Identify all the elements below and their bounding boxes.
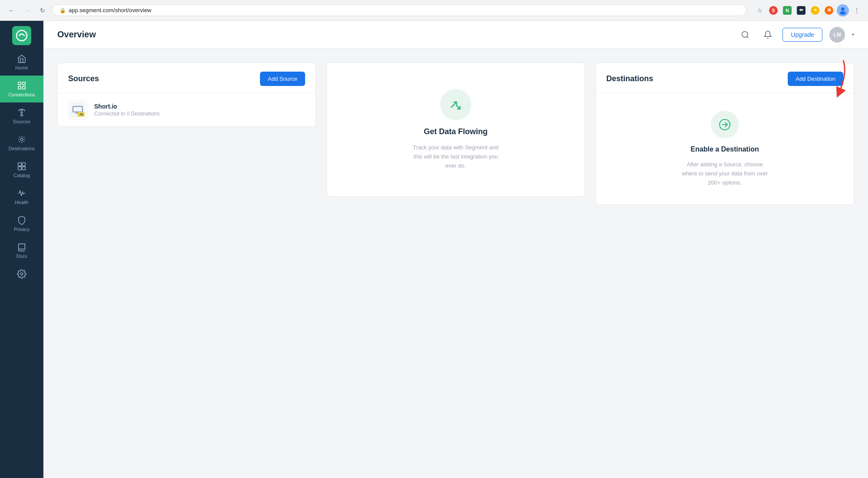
connections-icon: [17, 81, 26, 90]
svg-point-1: [840, 11, 846, 15]
docs-icon: [17, 242, 26, 252]
destinations-empty-title: Enable a Destination: [690, 145, 759, 153]
sidebar: Home Connections Sources: [0, 21, 43, 478]
svg-rect-12: [18, 167, 21, 170]
page-title: Overview: [57, 30, 96, 40]
app-container: Home Connections Sources: [0, 21, 868, 478]
upgrade-button[interactable]: Upgrade: [783, 28, 822, 42]
avatar-chevron-icon: ▾: [852, 32, 854, 37]
svg-rect-4: [23, 82, 25, 85]
sidebar-item-settings[interactable]: [0, 264, 43, 284]
svg-point-14: [20, 273, 23, 275]
destination-icon: [718, 118, 732, 132]
sidebar-item-connections[interactable]: Connections: [0, 76, 43, 102]
svg-point-7: [21, 112, 23, 113]
svg-point-15: [742, 31, 748, 37]
ext3-button[interactable]: ✏: [795, 4, 807, 16]
sidebar-item-home-label: Home: [15, 65, 28, 70]
sources-icon: [17, 108, 26, 117]
destinations-card: Destinations Add Destination: [595, 63, 854, 205]
get-data-icon-circle: [440, 89, 471, 120]
back-button[interactable]: ←: [5, 4, 17, 16]
get-data-title: Get Data Flowing: [424, 127, 487, 136]
add-source-button[interactable]: Add Source: [260, 72, 305, 86]
svg-rect-3: [18, 82, 21, 85]
address-bar[interactable]: 🔒 app.segment.com/short/overview: [52, 4, 746, 16]
health-icon: [17, 188, 26, 198]
search-button[interactable]: [737, 27, 753, 43]
sidebar-item-privacy[interactable]: Privacy: [0, 210, 43, 237]
forward-button[interactable]: →: [21, 4, 33, 16]
destinations-empty-state: Enable a Destination After adding a Sour…: [596, 93, 854, 204]
get-data-description: Track your data with Segment and this wi…: [408, 143, 503, 170]
sidebar-item-health[interactable]: Health: [0, 183, 43, 210]
home-icon: [17, 54, 26, 63]
svg-rect-10: [18, 163, 21, 166]
js-badge: JS: [78, 112, 85, 117]
notification-button[interactable]: [760, 27, 776, 43]
svg-rect-16: [73, 106, 82, 112]
search-icon: [741, 30, 750, 39]
source-description: Connected to 0 Destinations: [94, 111, 305, 117]
sidebar-item-docs[interactable]: Docs: [0, 237, 43, 264]
browser-extensions: ☆ S N ✏ ✦ ✲ ⋮: [753, 4, 863, 16]
sidebar-item-health-label: Health: [15, 200, 29, 205]
avatar-button[interactable]: LM: [829, 27, 845, 43]
header: Overview Upgrade LM ▾: [43, 21, 868, 49]
destinations-icon: [17, 135, 26, 144]
destinations-empty-description: After adding a Source, choose where to s…: [681, 160, 768, 187]
destinations-col: Destinations Add Destination: [595, 63, 854, 205]
menu-button[interactable]: ⋮: [851, 4, 863, 16]
sources-card: Sources Add Source JS: [57, 63, 316, 127]
star-button[interactable]: ☆: [753, 4, 766, 16]
sidebar-item-destinations-label: Destinations: [9, 146, 35, 151]
columns-layout: Sources Add Source JS: [57, 63, 854, 205]
svg-rect-5: [18, 86, 21, 89]
svg-rect-13: [22, 167, 25, 170]
sidebar-logo[interactable]: [12, 26, 31, 45]
sidebar-item-home[interactable]: Home: [0, 49, 43, 76]
sidebar-item-privacy-label: Privacy: [14, 227, 30, 232]
sidebar-item-connections-label: Connections: [8, 92, 35, 97]
svg-point-9: [20, 138, 23, 141]
source-info: Short.io Connected to 0 Destinations: [94, 103, 305, 117]
get-data-flowing-card: Get Data Flowing Track your data with Se…: [326, 63, 585, 197]
svg-rect-11: [22, 163, 25, 166]
sidebar-item-catalog-label: Catalog: [13, 173, 30, 178]
sidebar-item-docs-label: Docs: [16, 254, 27, 259]
url-text: app.segment.com/short/overview: [69, 7, 151, 13]
source-name: Short.io: [94, 103, 305, 110]
source-icon-inner: JS: [70, 102, 85, 118]
lock-icon: 🔒: [59, 7, 66, 13]
svg-point-8: [21, 109, 23, 111]
svg-rect-6: [23, 86, 25, 89]
ext4-button[interactable]: ✦: [809, 4, 821, 16]
privacy-icon: [17, 215, 26, 225]
bell-icon: [763, 30, 772, 39]
catalog-icon: [17, 162, 26, 171]
add-destination-button[interactable]: Add Destination: [788, 72, 843, 86]
ext1-button[interactable]: S: [767, 4, 779, 16]
svg-point-2: [16, 30, 27, 41]
data-flow-icon: [448, 97, 464, 112]
main-content: Overview Upgrade LM ▾: [43, 21, 868, 478]
browser-chrome: ← → ↻ 🔒 app.segment.com/short/overview ☆…: [0, 0, 868, 21]
destinations-card-title: Destinations: [606, 74, 653, 83]
destination-icon-circle: [711, 111, 739, 138]
sources-card-header: Sources Add Source: [58, 63, 316, 93]
page-body: Sources Add Source JS: [43, 49, 868, 478]
profile-button[interactable]: [837, 4, 849, 16]
ext2-button[interactable]: N: [781, 4, 793, 16]
sidebar-item-sources[interactable]: Sources: [0, 102, 43, 129]
reload-button[interactable]: ↻: [36, 4, 49, 16]
settings-icon: [17, 269, 26, 279]
sidebar-item-sources-label: Sources: [13, 119, 30, 124]
ext5-button[interactable]: ✲: [823, 4, 835, 16]
sources-card-title: Sources: [68, 74, 99, 83]
source-item[interactable]: JS Short.io Connected to 0 Destinations: [58, 93, 316, 126]
sidebar-item-destinations[interactable]: Destinations: [0, 129, 43, 156]
svg-point-0: [841, 7, 845, 11]
header-actions: Upgrade LM ▾: [737, 27, 854, 43]
sidebar-item-catalog[interactable]: Catalog: [0, 156, 43, 183]
destinations-card-header: Destinations Add Destination: [596, 63, 854, 93]
